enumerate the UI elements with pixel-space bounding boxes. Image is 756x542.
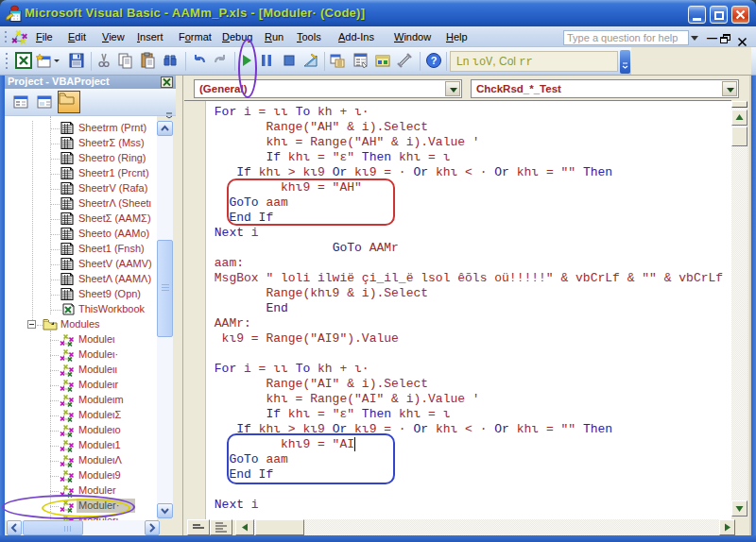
svg-text:?: ? bbox=[431, 55, 438, 66]
